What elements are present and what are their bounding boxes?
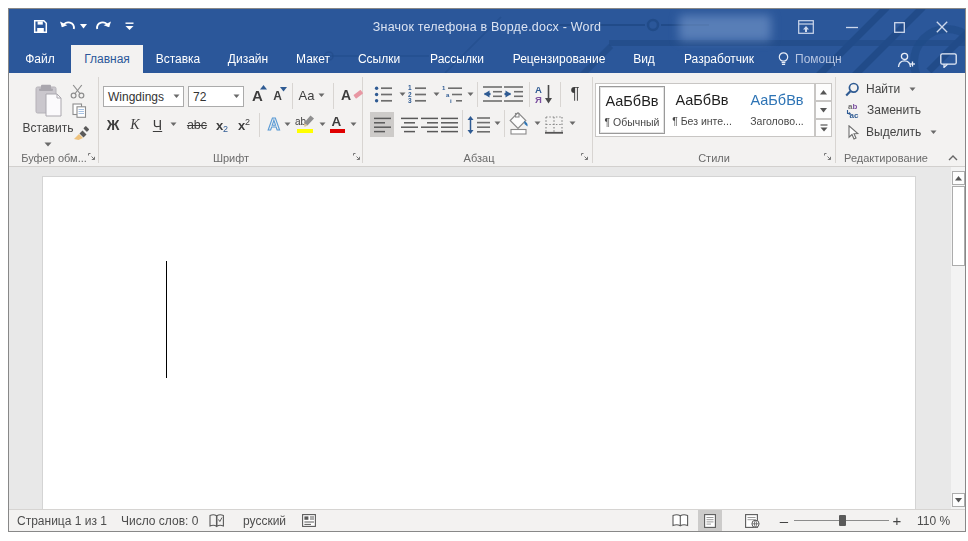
- text-effects-button[interactable]: А: [264, 113, 284, 137]
- bullets-button[interactable]: [373, 84, 393, 104]
- paragraph-group-label: Абзац: [464, 152, 495, 165]
- tab-home[interactable]: Главная: [71, 45, 143, 73]
- chevron-down-icon: [909, 87, 916, 92]
- style-heading1[interactable]: АаБбВв Заголово...: [739, 86, 815, 134]
- font-name-combo[interactable]: Wingdings: [103, 86, 184, 107]
- align-right-button[interactable]: [418, 112, 440, 137]
- tab-file[interactable]: Файл: [16, 45, 64, 73]
- paste-button[interactable]: Вставить: [22, 79, 74, 151]
- clipboard-dialog-launcher-icon[interactable]: [88, 153, 96, 161]
- borders-button[interactable]: [543, 112, 565, 137]
- tab-layout[interactable]: Макет: [287, 45, 339, 73]
- svg-text:А: А: [332, 114, 342, 129]
- select-button[interactable]: Выделить: [845, 125, 937, 139]
- replace-button[interactable]: ab ac Заменить: [845, 103, 921, 117]
- clear-formatting-button[interactable]: A: [341, 84, 363, 106]
- chevron-down-icon[interactable]: [319, 122, 326, 127]
- word-count-status[interactable]: Число слов: 0: [121, 510, 198, 531]
- align-left-button[interactable]: [370, 112, 394, 137]
- chevron-down-icon[interactable]: [433, 92, 440, 97]
- zoom-level[interactable]: 110 %: [917, 510, 943, 531]
- shrink-font-button[interactable]: A: [270, 86, 285, 106]
- tab-mailings[interactable]: Рассылки: [421, 45, 493, 73]
- lightbulb-icon: [778, 52, 789, 67]
- multilevel-list-button[interactable]: 1ai: [441, 84, 463, 104]
- sort-button[interactable]: А Я: [534, 83, 554, 104]
- cut-button[interactable]: [69, 84, 86, 99]
- shading-button[interactable]: [508, 111, 530, 137]
- tab-references[interactable]: Ссылки: [349, 45, 409, 73]
- tab-developer[interactable]: Разработчик: [675, 45, 763, 73]
- highlight-button[interactable]: ab: [295, 112, 315, 137]
- find-button[interactable]: Найти: [845, 82, 916, 96]
- scroll-up-button[interactable]: [952, 171, 965, 185]
- format-painter-button[interactable]: [72, 124, 90, 140]
- justify-button[interactable]: [438, 112, 460, 137]
- sign-in-person-icon: [897, 52, 916, 68]
- subscript-button[interactable]: x2: [213, 115, 231, 135]
- page-number-status[interactable]: Страница 1 из 1: [17, 510, 107, 531]
- style-normal[interactable]: АаБбВв ¶ Обычный: [599, 86, 665, 134]
- increase-indent-button[interactable]: [503, 84, 523, 104]
- read-mode-view-button[interactable]: [668, 510, 692, 531]
- chevron-down-icon: [44, 142, 52, 147]
- tab-design[interactable]: Дизайн: [219, 45, 277, 73]
- italic-button[interactable]: К: [128, 115, 142, 135]
- chevron-down-icon[interactable]: [170, 122, 177, 127]
- numbering-button[interactable]: 123: [407, 84, 427, 104]
- font-dialog-launcher-icon[interactable]: [353, 153, 361, 161]
- tell-me-box[interactable]: Помощн: [778, 45, 842, 73]
- comment-button[interactable]: [938, 51, 958, 69]
- tab-review[interactable]: Рецензирование: [504, 45, 615, 73]
- styles-scroll-down-button[interactable]: [815, 101, 832, 119]
- macro-status-button[interactable]: [302, 510, 316, 531]
- grow-font-button[interactable]: А: [249, 84, 266, 106]
- zoom-out-button[interactable]: –: [777, 510, 791, 531]
- chevron-down-icon[interactable]: [350, 122, 357, 127]
- styles-scroll-up-button[interactable]: [815, 83, 832, 101]
- tab-insert[interactable]: Вставка: [147, 45, 210, 73]
- show-marks-button[interactable]: ¶: [566, 82, 584, 106]
- proofing-status-button[interactable]: [209, 510, 225, 531]
- tab-view[interactable]: Вид: [624, 45, 664, 73]
- superscript-button[interactable]: x2: [235, 115, 253, 135]
- chevron-down-icon[interactable]: [494, 121, 501, 126]
- align-center-icon: [401, 117, 418, 133]
- zoom-slider-thumb[interactable]: [839, 515, 846, 526]
- decrease-indent-button[interactable]: [482, 84, 502, 104]
- scrollbar-thumb[interactable]: [952, 186, 965, 266]
- font-color-button[interactable]: А: [329, 112, 346, 137]
- chevron-down-icon[interactable]: [284, 122, 291, 127]
- align-center-button[interactable]: [398, 112, 420, 137]
- styles-dialog-launcher-icon[interactable]: [824, 153, 832, 161]
- style-no-spacing[interactable]: АаБбВв ¶ Без инте...: [669, 86, 735, 134]
- web-layout-view-button[interactable]: [740, 510, 764, 531]
- strikethrough-button[interactable]: abc: [184, 115, 210, 135]
- font-size-combo[interactable]: 72: [188, 86, 244, 107]
- collapse-ribbon-button[interactable]: [945, 151, 961, 165]
- chevron-down-icon: [930, 130, 937, 135]
- zoom-in-button[interactable]: +: [890, 510, 904, 531]
- underline-button[interactable]: Ч: [150, 115, 165, 135]
- document-area[interactable]: [9, 167, 965, 509]
- maximize-button[interactable]: [887, 15, 911, 39]
- paragraph-dialog-launcher-icon[interactable]: [581, 153, 589, 161]
- bold-button[interactable]: Ж: [105, 115, 121, 135]
- ribbon-display-options-button[interactable]: [794, 15, 818, 39]
- line-spacing-button[interactable]: [467, 112, 491, 137]
- sign-in-button[interactable]: [893, 51, 919, 69]
- chevron-down-icon[interactable]: [467, 92, 474, 97]
- change-case-button[interactable]: Aa: [298, 84, 326, 106]
- scroll-down-button[interactable]: [952, 493, 965, 507]
- copy-button[interactable]: [71, 103, 88, 118]
- chevron-down-icon[interactable]: [569, 121, 576, 126]
- language-status[interactable]: русский: [243, 510, 286, 531]
- close-button[interactable]: [930, 15, 954, 39]
- print-layout-view-button[interactable]: [698, 510, 722, 531]
- minimize-button[interactable]: [840, 15, 864, 39]
- vertical-scrollbar[interactable]: [951, 167, 965, 509]
- document-page[interactable]: [42, 176, 916, 509]
- chevron-down-icon[interactable]: [534, 121, 541, 126]
- chevron-down-icon[interactable]: [399, 92, 406, 97]
- styles-gallery-more-button[interactable]: [815, 119, 832, 137]
